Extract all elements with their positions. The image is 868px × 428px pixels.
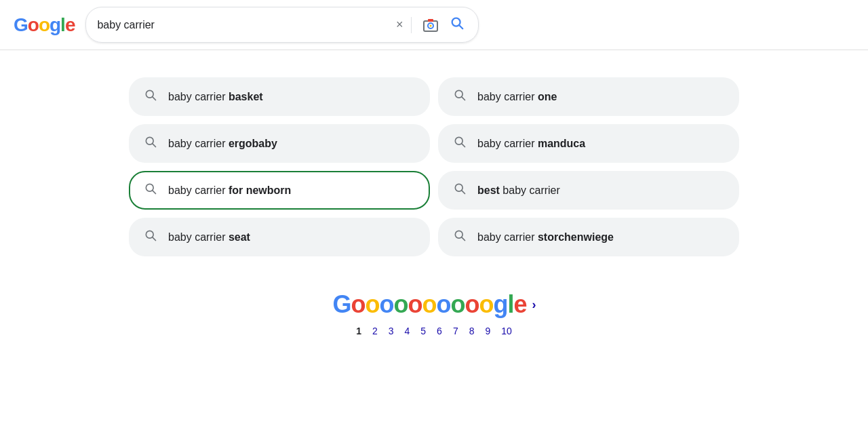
pag-o5: o	[408, 290, 422, 319]
suggestion-search-icon	[453, 135, 467, 152]
svg-line-21	[462, 237, 465, 241]
logo-l: l	[60, 14, 65, 36]
pag-o8: o	[450, 290, 465, 319]
logo-e: e	[65, 14, 75, 36]
pag-G: G	[332, 290, 351, 319]
logo-o2: o	[39, 14, 50, 36]
page-link-3[interactable]: 3	[386, 324, 397, 338]
camera-search-button[interactable]	[420, 14, 441, 36]
camera-icon	[422, 17, 439, 33]
suggestion-text-best: best baby carrier	[477, 184, 560, 197]
search-button[interactable]	[447, 13, 467, 37]
pagination: Goooooooooogle › 1 2 3 4 5 6 7 8 9 10	[81, 290, 787, 338]
suggestions-grid: baby carrier basket baby carrier one bab…	[129, 77, 739, 256]
pag-o7: o	[436, 290, 450, 319]
pag-o2: o	[365, 290, 379, 319]
svg-line-15	[153, 191, 156, 194]
svg-line-7	[153, 97, 156, 100]
pag-g2: g	[493, 290, 507, 319]
logo-o1: o	[28, 14, 39, 36]
google-logo[interactable]: Google	[14, 14, 75, 36]
suggestion-search-icon	[453, 182, 467, 199]
pagination-google-logo: Goooooooooogle ›	[332, 290, 535, 319]
header: Google ×	[0, 0, 868, 50]
pag-o9: o	[465, 290, 479, 319]
page-link-2[interactable]: 2	[370, 324, 380, 338]
suggestion-basket[interactable]: baby carrier basket	[129, 77, 430, 116]
svg-point-3	[430, 24, 432, 26]
search-input[interactable]	[97, 19, 390, 31]
suggestion-text-basket: baby carrier basket	[168, 91, 263, 103]
page-link-9[interactable]: 9	[483, 324, 494, 338]
suggestion-text-storchenwiege: baby carrier storchenwiege	[477, 231, 614, 244]
svg-rect-2	[428, 19, 433, 22]
suggestion-text-for-newborn: baby carrier for newborn	[168, 184, 291, 197]
page-link-8[interactable]: 8	[467, 324, 477, 338]
suggestion-search-icon	[144, 135, 157, 152]
suggestion-one[interactable]: baby carrier one	[438, 77, 739, 116]
pag-e: e	[514, 290, 527, 319]
suggestion-text-one: baby carrier one	[477, 91, 557, 103]
pag-o1: o	[351, 290, 365, 319]
clear-icon[interactable]: ×	[396, 18, 403, 32]
main-content: baby carrier basket baby carrier one bab…	[0, 50, 868, 365]
svg-line-13	[462, 144, 465, 147]
suggestion-text-seat: baby carrier seat	[168, 231, 250, 244]
pagination-pages: 1 2 3 4 5 6 7 8 9 10	[353, 324, 515, 338]
page-link-6[interactable]: 6	[434, 324, 445, 338]
pag-o6: o	[422, 290, 436, 319]
page-link-4[interactable]: 4	[402, 324, 413, 338]
pagination-next-arrow[interactable]: ›	[532, 298, 536, 312]
pag-o10: o	[479, 290, 493, 319]
suggestion-search-icon	[144, 182, 157, 199]
svg-line-5	[460, 25, 463, 28]
suggestion-search-icon	[453, 229, 467, 246]
suggestion-search-icon	[453, 88, 467, 105]
svg-line-11	[153, 144, 156, 147]
page-link-10[interactable]: 10	[498, 324, 515, 338]
logo-g: g	[50, 14, 60, 36]
search-divider	[411, 17, 412, 33]
suggestion-storchenwiege[interactable]: baby carrier storchenwiege	[438, 218, 739, 256]
suggestion-search-icon	[144, 229, 157, 246]
suggestion-best[interactable]: best baby carrier	[438, 171, 739, 210]
pag-l: l	[507, 290, 513, 319]
svg-line-17	[462, 191, 465, 194]
svg-line-9	[462, 97, 465, 100]
suggestion-text-manduca: baby carrier manduca	[477, 138, 585, 150]
suggestion-manduca[interactable]: baby carrier manduca	[438, 124, 739, 163]
suggestion-ergobaby[interactable]: baby carrier ergobaby	[129, 124, 430, 163]
suggestion-search-icon	[144, 88, 157, 105]
search-icon	[450, 16, 465, 34]
suggestion-text-ergobaby: baby carrier ergobaby	[168, 138, 277, 150]
page-link-5[interactable]: 5	[418, 324, 429, 338]
pag-o3: o	[379, 290, 393, 319]
suggestion-for-newborn[interactable]: baby carrier for newborn	[129, 171, 430, 210]
search-bar: ×	[85, 7, 479, 43]
page-link-1: 1	[353, 324, 364, 338]
suggestion-seat[interactable]: baby carrier seat	[129, 218, 430, 256]
svg-line-19	[153, 237, 156, 241]
pag-o4: o	[393, 290, 408, 319]
logo-G: G	[14, 14, 28, 36]
page-link-7[interactable]: 7	[450, 324, 461, 338]
